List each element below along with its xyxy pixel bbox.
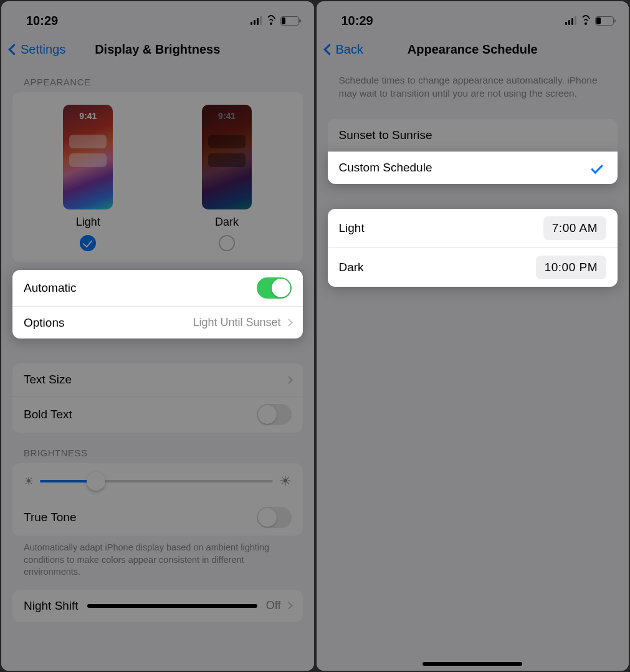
chevron-left-icon [323,44,335,55]
chevron-right-icon [285,376,293,384]
status-time: 10:29 [26,14,58,28]
dark-preview: 9:41 [202,105,252,209]
appearance-header: APPEARANCE [1,62,314,92]
appearance-group: 9:41 Light 9:41 Dark [12,92,303,262]
back-button[interactable]: Settings [10,42,65,57]
bold-text-toggle[interactable] [257,404,292,425]
chevron-right-icon [285,602,293,610]
dark-time-row: Dark 10:00 PM [328,247,618,287]
custom-times-group: Light 7:00 AM Dark 10:00 PM [328,209,618,287]
wifi-icon [580,16,591,25]
options-label: Options [24,316,64,330]
night-shift-bar-icon [87,604,257,608]
appearance-light-option[interactable]: 9:41 Light [63,105,113,251]
automatic-toggle[interactable] [257,277,292,299]
status-time: 10:29 [341,14,373,28]
light-label: Light [76,216,100,229]
true-tone-description: Automatically adapt iPhone display based… [1,535,314,590]
nav-bar: Back Appearance Schedule [317,35,629,62]
battery-icon: 22 [280,16,299,26]
options-row[interactable]: Options Light Until Sunset [12,306,303,338]
light-time-row: Light 7:00 AM [328,209,618,247]
brightness-group: ☀︎ ☀︎ True Tone [12,463,303,535]
light-radio[interactable] [80,235,96,251]
options-value: Light Until Sunset [193,316,280,329]
back-button[interactable]: Back [325,42,363,57]
brightness-slider[interactable] [40,480,273,482]
sun-small-icon: ☀︎ [24,474,34,488]
page-title: Display & Brightness [95,42,220,57]
dark-radio[interactable] [219,235,235,251]
automatic-label: Automatic [24,281,76,295]
screenshot-appearance-schedule: 10:29 22 Back Appearance Schedule Schedu… [317,1,629,671]
wifi-icon [265,16,277,25]
text-group: Text Size Bold Text [12,363,303,433]
night-shift-group: Night Shift Off [12,590,303,622]
slider-thumb[interactable] [87,472,105,491]
light-time-picker[interactable]: 7:00 AM [543,216,606,240]
appearance-dark-option[interactable]: 9:41 Dark [202,105,252,251]
sun-large-icon: ☀︎ [279,473,292,489]
dark-label: Dark [215,216,239,229]
schedule-description: Schedule times to change appearance auto… [317,62,629,107]
true-tone-row: True Tone [12,499,303,535]
status-bar: 10:29 22 [1,1,314,35]
cellular-icon [565,16,576,25]
status-bar: 10:29 22 [317,1,629,35]
back-label: Back [336,42,363,57]
cellular-icon [251,16,262,25]
page-title: Appearance Schedule [408,42,538,57]
battery-icon: 22 [595,16,614,26]
automatic-row: Automatic [12,270,303,306]
home-indicator[interactable] [422,662,522,666]
checkmark-icon [591,161,603,174]
light-preview: 9:41 [63,105,113,209]
sunset-sunrise-row[interactable]: Sunset to Sunrise [328,119,618,151]
dark-time-picker[interactable]: 10:00 PM [536,256,606,279]
bold-text-row: Bold Text [12,396,303,433]
schedule-type-group: Sunset to Sunrise Custom Schedule [328,119,618,184]
nav-bar: Settings Display & Brightness [1,35,314,62]
back-label: Settings [21,42,65,57]
automatic-group: Automatic Options Light Until Sunset [12,270,303,338]
brightness-header: BRIGHTNESS [1,433,314,463]
night-shift-row[interactable]: Night Shift Off [12,590,303,622]
brightness-slider-row: ☀︎ ☀︎ [12,463,303,499]
text-size-row[interactable]: Text Size [12,363,303,396]
custom-schedule-row[interactable]: Custom Schedule [328,151,618,184]
chevron-left-icon [8,44,19,55]
true-tone-toggle[interactable] [257,507,292,528]
screenshot-display-brightness: 10:29 22 Settings Display & Brightness A… [1,1,314,671]
chevron-right-icon [285,319,293,327]
